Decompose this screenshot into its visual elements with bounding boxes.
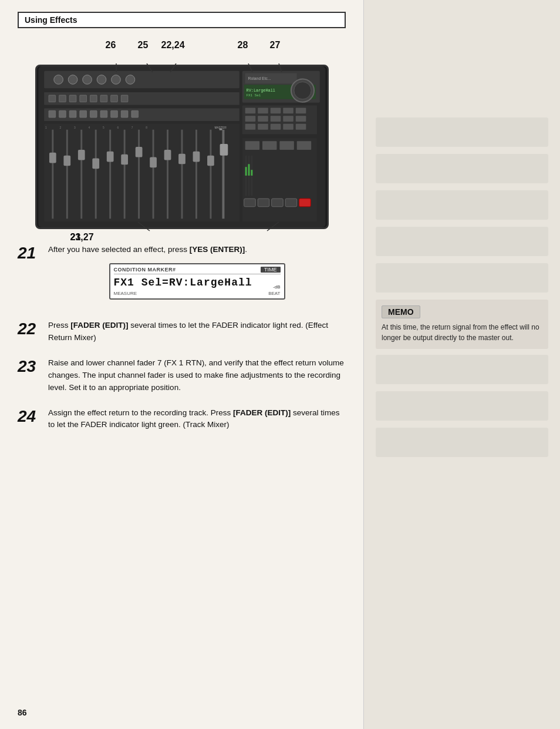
svg-rect-76 [164,150,171,160]
svg-rect-99 [248,156,249,196]
device-diagram: Roland Etc... RV:LargeHall FX1 Sel [35,65,329,229]
svg-rect-31 [121,95,128,102]
svg-rect-50 [270,116,281,122]
svg-rect-101 [251,156,252,196]
svg-rect-27 [79,95,86,102]
display-beat-label: BEAT [268,291,280,296]
svg-rect-90 [279,141,294,150]
svg-rect-100 [248,164,249,176]
svg-text:MASTER: MASTER [214,126,227,129]
svg-rect-51 [283,116,294,122]
svg-rect-36 [79,110,86,117]
svg-text:3: 3 [74,126,76,129]
svg-rect-80 [193,152,200,162]
svg-rect-66 [92,159,99,169]
display-main-text: FX1 Sel=RV:LargeHall [114,276,252,290]
sidebar-block-4 [376,227,548,256]
page-number: 86 [18,708,27,717]
svg-rect-37 [90,110,97,117]
step-23-content: Raise and lower channel fader 7 (FX 1 RT… [48,357,346,394]
svg-text:5: 5 [102,126,104,129]
svg-rect-89 [262,141,276,150]
step-23-number: 23 [18,357,41,375]
svg-rect-29 [100,95,107,102]
svg-rect-49 [258,116,268,122]
svg-rect-26 [69,95,76,102]
section-header: Using Effects [18,12,346,28]
step-21-section: 21 After you have selected an effect, pr… [18,244,346,307]
section-title: Using Effects [25,15,77,25]
sidebar-block-2 [376,154,548,183]
svg-rect-102 [251,170,252,176]
display-bottom-row: MEASURE BEAT [114,291,281,296]
svg-rect-56 [283,124,294,130]
svg-point-14 [126,75,135,85]
svg-text:1: 1 [45,126,47,129]
svg-rect-55 [270,124,281,130]
svg-point-12 [97,75,106,85]
step-21-number: 21 [18,244,41,261]
svg-rect-98 [245,167,247,176]
svg-rect-82 [207,156,214,166]
svg-rect-53 [245,124,255,130]
svg-rect-96 [299,199,311,207]
svg-rect-30 [110,95,117,102]
svg-rect-74 [150,157,157,168]
svg-rect-44 [258,107,268,113]
svg-rect-97 [245,156,247,196]
svg-rect-47 [295,107,306,113]
right-sidebar: MEMO At this time, the return signal fro… [364,0,560,729]
device-svg: Roland Etc... RV:LargeHall FX1 Sel [37,66,327,227]
label-2224: 22,24 [161,40,185,51]
label-27-top: 27 [270,40,281,51]
svg-text:6: 6 [117,126,119,129]
label-2127-bottom: 21,27 [70,232,94,243]
svg-rect-43 [245,107,255,113]
svg-rect-62 [63,156,70,166]
svg-text:8: 8 [146,126,147,129]
step-21-content: After you have selected an effect, press… [48,244,346,307]
svg-rect-88 [245,141,259,150]
svg-rect-33 [48,110,55,117]
svg-rect-52 [295,116,306,122]
step-22-number: 22 [18,320,41,337]
svg-rect-34 [59,110,66,117]
svg-rect-38 [100,110,107,117]
memo-title: MEMO [382,305,420,318]
svg-rect-86 [220,144,228,156]
main-content: Using Effects 26 25 22,24 28 27 [0,0,364,729]
svg-rect-95 [285,199,297,207]
svg-rect-93 [258,199,269,207]
svg-rect-91 [296,141,311,150]
svg-text:7: 7 [131,126,133,129]
svg-point-22 [294,82,311,99]
svg-rect-64 [77,150,85,160]
svg-rect-24 [48,95,55,102]
svg-rect-25 [59,95,66,102]
svg-point-9 [53,75,63,85]
svg-rect-41 [131,110,138,117]
display-top-row: CONDITION MARKER# TIME [114,267,281,274]
svg-point-10 [68,75,77,85]
svg-point-11 [82,75,92,85]
svg-rect-45 [270,107,281,113]
device-labels-top: 26 25 22,24 28 27 [35,40,329,63]
svg-rect-46 [283,107,294,113]
display-db: -dB [273,284,280,290]
svg-text:RV:LargeHall: RV:LargeHall [246,88,275,93]
display-time-label: TIME [261,267,281,273]
svg-rect-54 [258,124,268,130]
svg-rect-94 [271,199,283,207]
step-23-section: 23 Raise and lower channel fader 7 (FX 1… [18,357,346,394]
label-28: 28 [238,40,248,51]
label-26: 26 [106,40,116,51]
sidebar-block-1 [376,117,548,147]
device-container: 26 25 22,24 28 27 [35,40,329,232]
svg-rect-72 [135,147,142,157]
memo-header: MEMO [382,305,542,318]
sidebar-block-3 [376,190,548,220]
svg-point-13 [111,75,120,85]
sidebar-block-5 [376,263,548,293]
svg-rect-92 [244,199,255,207]
svg-rect-40 [121,110,128,117]
